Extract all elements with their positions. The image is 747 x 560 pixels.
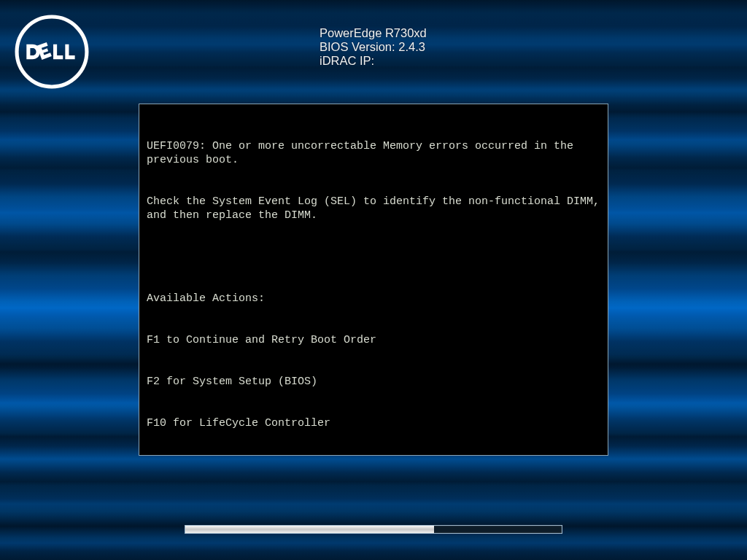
model-name: PowerEdge R730xd: [320, 26, 427, 40]
terminal-line: UEFI0079: One or more uncorrectable Memo…: [147, 139, 600, 167]
bios-label: BIOS Version:: [320, 40, 395, 53]
bios-version: 2.4.3: [398, 40, 425, 53]
terminal-line: Check the System Event Log (SEL) to iden…: [147, 195, 600, 222]
terminal-line: F10 for LifeCycle Controller: [147, 416, 600, 430]
terminal-line: Available Actions:: [147, 292, 600, 306]
boot-progress-fill: [185, 526, 434, 533]
terminal-blank: [147, 250, 600, 264]
idrac-label: iDRAC IP:: [320, 54, 374, 67]
boot-progress-bar: [185, 525, 562, 534]
terminal-line: F1 to Continue and Retry Boot Order: [147, 333, 600, 347]
system-header: PowerEdge R730xd BIOS Version: 2.4.3 iDR…: [320, 26, 427, 68]
terminal-line: F2 for System Setup (BIOS): [147, 375, 600, 389]
dell-logo: [15, 15, 89, 89]
boot-message-terminal: UEFI0079: One or more uncorrectable Memo…: [139, 104, 608, 456]
idrac-ip-line: iDRAC IP:: [320, 54, 427, 68]
bios-version-line: BIOS Version: 2.4.3: [320, 40, 427, 54]
